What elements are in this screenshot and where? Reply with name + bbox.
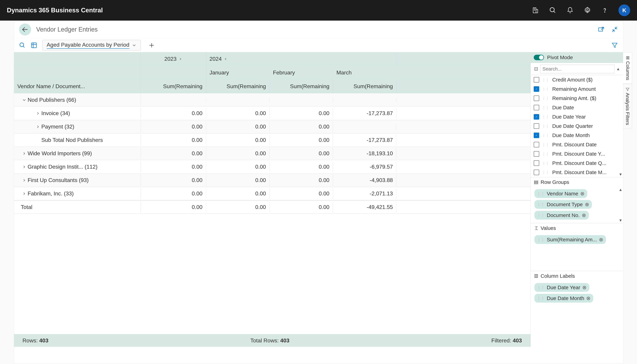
field-item[interactable]: ✓⋮⋮Due Date Month	[531, 131, 623, 140]
field-item[interactable]: ✓⋮⋮Due Date Year	[531, 112, 623, 122]
remove-icon[interactable]: ⊗	[582, 284, 586, 290]
remove-icon[interactable]: ⊗	[580, 190, 584, 196]
expand-row-icon[interactable]	[21, 165, 28, 169]
field-item[interactable]: ✓⋮⋮Remaining Amount	[531, 84, 623, 94]
add-tab-button[interactable]	[146, 42, 157, 48]
grid-row[interactable]: Invoice (34) 0.00 0.00 0.00 -17,273.87	[14, 107, 530, 120]
filter-icon[interactable]	[612, 42, 618, 48]
drag-handle-icon[interactable]: ⋮⋮	[542, 106, 550, 110]
grid-row[interactable]: Wide World Importers (99) 0.00 0.00 0.00…	[14, 147, 530, 160]
drag-handle-icon[interactable]: ⋮⋮	[542, 124, 550, 128]
field-item[interactable]: ⋮⋮Due Date Quarter	[531, 122, 623, 131]
expand-row-icon[interactable]	[21, 178, 28, 182]
field-checkbox[interactable]	[534, 105, 539, 110]
drag-handle-icon[interactable]: ⋮⋮	[542, 161, 550, 165]
drag-handle-icon[interactable]: ⋮⋮	[542, 170, 550, 174]
field-item[interactable]: ⋮⋮Pmt. Discount Date Y...	[531, 149, 623, 158]
org-icon[interactable]	[532, 7, 539, 14]
scroll-down-icon[interactable]: ▼	[619, 172, 622, 177]
grid-row[interactable]: Payment (32) 0.00 0.00 0.00	[14, 120, 530, 134]
collapse-icon[interactable]	[612, 26, 618, 33]
search-icon[interactable]	[549, 7, 556, 14]
grid-row[interactable]: Graphic Design Instit... (112) 0.00 0.00…	[14, 160, 530, 174]
drag-handle-icon[interactable]: ⋮⋮	[537, 192, 545, 196]
pivot-panel: Columns Analysis Filters Pivot Mode	[530, 52, 623, 347]
drag-handle-icon[interactable]: ⋮⋮	[542, 133, 550, 138]
row-group-pill[interactable]: ⋮⋮Document No.⊗	[534, 211, 589, 220]
field-item[interactable]: ⋮⋮Pmt. Discount Date Q...	[531, 158, 623, 168]
remove-icon[interactable]: ⊗	[599, 236, 603, 242]
svg-rect-22	[626, 56, 627, 59]
avatar[interactable]: K	[618, 4, 630, 16]
grid-row[interactable]: Fabrikam, Inc. (33) 0.00 0.00 0.00 -2,07…	[14, 187, 530, 200]
drag-handle-icon[interactable]: ⋮⋮	[537, 238, 545, 242]
field-checkbox[interactable]: ✓	[534, 114, 539, 120]
gear-icon[interactable]	[584, 7, 591, 14]
svg-rect-32	[536, 274, 537, 278]
remove-icon[interactable]: ⊗	[586, 295, 590, 301]
remove-icon[interactable]: ⊗	[582, 212, 586, 218]
grid-row[interactable]: Nod Publishers (66)	[14, 93, 530, 107]
field-checkbox[interactable]	[534, 151, 539, 156]
panel-tab-columns[interactable]: Columns	[623, 52, 632, 84]
row-label: Wide World Importers (99)	[28, 150, 92, 156]
bell-icon[interactable]	[567, 7, 574, 14]
drag-handle-icon[interactable]: ⋮⋮	[542, 96, 550, 100]
column-label-pill[interactable]: ⋮⋮Due Date Year⊗	[534, 283, 589, 292]
drag-handle-icon[interactable]: ⋮⋮	[537, 286, 545, 290]
collapse-row-icon[interactable]	[21, 98, 28, 102]
field-item[interactable]: ⋮⋮Remaining Amt. ($)	[531, 94, 623, 103]
drag-handle-icon[interactable]: ⋮⋮	[542, 78, 550, 82]
drag-handle-icon[interactable]: ⋮⋮	[542, 87, 550, 91]
drag-handle-icon[interactable]: ⋮⋮	[542, 115, 550, 119]
analysis-tab[interactable]: Aged Payable Accounts by Period	[42, 40, 141, 50]
field-item[interactable]: ⋮⋮Pmt. Discount Date M...	[531, 168, 623, 177]
analysis-mode-icon[interactable]	[31, 42, 37, 48]
expand-row-icon[interactable]	[21, 151, 28, 156]
drag-handle-icon[interactable]: ⋮⋮	[537, 296, 545, 300]
scroll-up-icon[interactable]: ▲	[619, 188, 622, 192]
year-2023-header[interactable]: 2023	[141, 52, 206, 66]
svg-rect-33	[537, 274, 538, 278]
expand-row-icon[interactable]	[34, 124, 41, 129]
svg-line-13	[612, 30, 614, 32]
field-search-input[interactable]	[540, 65, 614, 73]
field-item[interactable]: ⋮⋮Due Date	[531, 103, 623, 112]
drag-handle-icon[interactable]: ⋮⋮	[542, 142, 550, 147]
remove-icon[interactable]: ⊗	[585, 202, 589, 208]
expand-row-icon[interactable]	[21, 192, 28, 196]
column-label-pill[interactable]: ⋮⋮Due Date Month⊗	[534, 294, 593, 302]
field-checkbox[interactable]: ✓	[534, 86, 539, 92]
drag-handle-icon[interactable]: ⋮⋮	[537, 213, 545, 217]
field-checkbox[interactable]	[534, 142, 539, 147]
field-checkbox[interactable]	[534, 96, 539, 101]
drag-handle-icon[interactable]: ⋮⋮	[537, 202, 545, 206]
scroll-down-icon[interactable]: ▼	[619, 218, 622, 223]
search-list-icon[interactable]	[19, 42, 26, 48]
drag-handle-icon[interactable]: ⋮⋮	[542, 152, 550, 156]
pivot-mode-toggle[interactable]	[534, 55, 544, 60]
topbar-actions: K	[532, 4, 630, 16]
grid-subtotal-row: Sub Total Nod Publishers 0.00 0.00 0.00 …	[14, 134, 530, 147]
row-group-pill[interactable]: ⋮⋮Document Type⊗	[534, 200, 592, 209]
back-button[interactable]	[19, 24, 31, 36]
month-header-mar: March	[333, 66, 396, 80]
year-2024-header[interactable]: 2024	[206, 52, 396, 66]
help-icon[interactable]	[601, 7, 608, 14]
expand-row-icon[interactable]	[34, 111, 41, 116]
field-checkbox[interactable]	[534, 160, 539, 166]
field-checkbox[interactable]	[534, 77, 539, 82]
field-checkbox[interactable]: ✓	[534, 132, 539, 138]
grid-row[interactable]: First Up Consultants (93) 0.00 0.00 0.00…	[14, 174, 530, 187]
share-icon[interactable]	[598, 26, 604, 33]
row-group-pill[interactable]: ⋮⋮Vendor Name⊗	[534, 189, 587, 198]
panel-tab-filters[interactable]: Analysis Filters	[623, 84, 632, 129]
field-checkbox[interactable]	[534, 170, 539, 175]
field-item[interactable]: ⋮⋮Pmt. Discount Date	[531, 140, 623, 149]
collapse-all-icon[interactable]	[534, 66, 538, 71]
field-checkbox[interactable]	[534, 123, 539, 129]
first-col-header[interactable]: Vendor Name / Document...	[14, 80, 141, 93]
field-item[interactable]: ⋮⋮Credit Amount ($)	[531, 75, 623, 84]
value-pill[interactable]: ⋮⋮Sum(Remaining Am...⊗	[534, 235, 606, 244]
scroll-up-icon[interactable]: ▲	[616, 67, 620, 71]
